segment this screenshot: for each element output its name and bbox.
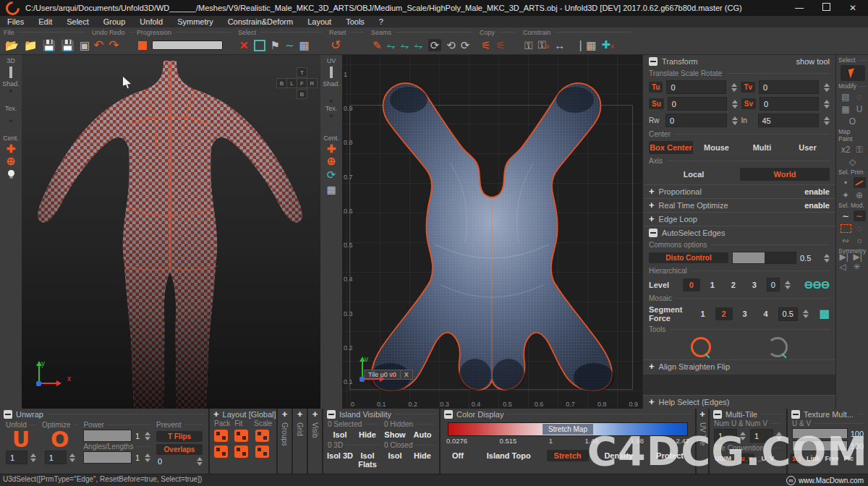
level-0-button[interactable]: 0	[683, 278, 700, 291]
segment-spinner[interactable]	[803, 310, 809, 318]
segment-3-button[interactable]: 3	[736, 307, 754, 320]
uv-texture-dim1-icon[interactable]	[330, 124, 333, 127]
isol-flats-button[interactable]: Isol Flats	[354, 450, 381, 470]
menu-layout[interactable]: Layout	[307, 17, 331, 26]
center-box-center-button[interactable]: Box Center	[649, 141, 693, 154]
shading-solid-icon[interactable]	[9, 90, 12, 93]
import-file-icon[interactable]: 📁	[24, 40, 38, 51]
stretch-button[interactable]: Stretch	[547, 450, 589, 461]
tv-field[interactable]: 0	[759, 80, 819, 94]
texture-checker-dim2-icon[interactable]	[9, 129, 12, 132]
ratio-1-1-button[interactable]: 1:1	[790, 453, 804, 464]
auto-hidden-button[interactable]: Auto	[409, 429, 436, 440]
fit-selected-icon[interactable]	[234, 446, 248, 458]
undo-icon[interactable]: ↶	[93, 40, 103, 51]
collapse-icon[interactable]	[791, 410, 800, 419]
uv-rotate-icon[interactable]: ⟳	[327, 169, 336, 182]
color-off-button[interactable]: Off	[445, 450, 471, 461]
center-mouse-button[interactable]: Mouse	[694, 141, 739, 154]
align-straighten-flip-section-header[interactable]: + Align Straighten Flip	[643, 359, 835, 373]
disto-slider[interactable]	[732, 252, 796, 264]
unfold-value-field[interactable]: 1	[6, 451, 27, 464]
expand-icon[interactable]: +	[312, 410, 318, 419]
magic-wand-tool-icon[interactable]	[691, 337, 711, 357]
horizontal-constrain-icon[interactable]: ↔	[554, 40, 565, 51]
center-user-button[interactable]: User	[786, 141, 830, 154]
level-spinner[interactable]	[785, 281, 791, 289]
uv-texture-none-icon[interactable]	[330, 114, 333, 117]
isol-selected-button[interactable]: Isol	[326, 429, 354, 440]
in-spinner[interactable]	[824, 116, 830, 125]
uv-grid-icon[interactable]: ▦	[326, 184, 336, 195]
expand-icon[interactable]: +	[649, 215, 655, 223]
center-selection-icon[interactable]: ⊕	[7, 156, 16, 166]
rto-enable-button[interactable]: enable	[804, 201, 830, 210]
num-u-field[interactable]: 1	[714, 429, 737, 443]
pack-all-icon[interactable]	[214, 430, 228, 442]
pic-button[interactable]: Pic	[842, 453, 856, 464]
close-button[interactable]: ✕	[849, 3, 856, 13]
view-left-button[interactable]: L	[286, 78, 297, 88]
edge-loop-section-header[interactable]: + Edge Loop	[643, 212, 835, 226]
save-as-icon[interactable]: 💾	[61, 40, 75, 51]
overlaps-button[interactable]: Overlaps	[156, 444, 203, 455]
mosaic-grid-icon[interactable]: ▩	[820, 307, 830, 320]
level-value-field[interactable]: 0	[767, 278, 780, 291]
u-shape-icon[interactable]: U	[854, 103, 866, 114]
expand-icon[interactable]: +	[699, 410, 705, 419]
proportional-section-header[interactable]: + Proportional enable	[643, 184, 835, 198]
add-select-icon[interactable]: ∼	[854, 210, 866, 221]
sv-spinner[interactable]	[824, 100, 830, 108]
o-shape-icon[interactable]: O	[846, 116, 859, 127]
grid-collapsed-panel[interactable]: + Grid	[293, 409, 307, 476]
optimize-value-field[interactable]: 1	[45, 451, 67, 464]
fit-all-icon[interactable]	[234, 430, 248, 442]
menu-tools[interactable]: Tools	[346, 17, 365, 26]
rw-spinner[interactable]	[732, 116, 738, 125]
texture-none-icon[interactable]	[9, 114, 12, 117]
rect-select-mode-icon[interactable]	[840, 223, 852, 234]
circle-select-mode-icon[interactable]: ○	[854, 235, 866, 246]
texture-checker-icon[interactable]	[9, 119, 12, 122]
edge-loop-b-icon[interactable]: ⥊	[401, 40, 409, 51]
texture-checker-dim1-icon[interactable]	[9, 124, 12, 127]
segment-1-button[interactable]: 1	[694, 307, 712, 320]
uv-texture-checker-icon[interactable]	[330, 119, 333, 122]
color-display-header[interactable]: Color Display	[441, 409, 695, 419]
expand-icon[interactable]: +	[213, 410, 219, 419]
uv-tile-collapsed-panel[interactable]: + UV Tile	[697, 409, 708, 476]
angles-slider[interactable]	[83, 451, 132, 464]
level-2-button[interactable]: 2	[725, 278, 742, 291]
menu-group[interactable]: Group	[103, 17, 126, 26]
uv-center-view-icon[interactable]: ✚	[327, 144, 336, 154]
uv-shading-solid-icon[interactable]	[330, 90, 333, 93]
deform-grid-icon[interactable]: ▤	[840, 91, 852, 102]
isol-closed-button[interactable]: Isol	[381, 450, 409, 470]
menu-help[interactable]: ?	[379, 17, 383, 26]
texture-v-slider[interactable]	[792, 440, 848, 451]
free-button[interactable]: Free	[823, 453, 841, 464]
transform-section-header[interactable]: Transform show tool	[643, 55, 835, 68]
rw-field[interactable]: 0	[665, 114, 727, 127]
t-flips-button[interactable]: T Flips	[156, 431, 203, 442]
x2-button[interactable]: x2	[840, 144, 852, 155]
copy-uv-icon[interactable]: ⚟	[481, 40, 490, 51]
light-icon[interactable]	[8, 170, 14, 176]
unfold-spinner[interactable]	[30, 453, 36, 462]
shading-textured-icon[interactable]	[9, 100, 12, 103]
menu-files[interactable]: Files	[7, 17, 24, 26]
deselect-all-icon[interactable]: ✕	[239, 40, 249, 51]
collapse-icon[interactable]	[327, 410, 336, 419]
isol-3d-button[interactable]: Isol 3D	[326, 450, 354, 470]
replace-select-icon[interactable]: ∼	[840, 210, 852, 221]
su-field[interactable]: 0	[668, 97, 727, 111]
expand-icon[interactable]: +	[649, 362, 655, 371]
reset-icon[interactable]: ↺	[331, 40, 341, 51]
autoselect-edges-section-header[interactable]: AutoSelect Edges	[643, 226, 835, 239]
layout-header[interactable]: + Layout [Global]	[210, 409, 276, 419]
open-file-icon[interactable]: 📂	[5, 40, 19, 51]
expand-icon[interactable]: +	[649, 201, 655, 210]
su-spinner[interactable]	[732, 100, 738, 108]
menu-unfold[interactable]: Unfold	[140, 17, 163, 26]
optimize-spinner[interactable]	[69, 453, 75, 462]
